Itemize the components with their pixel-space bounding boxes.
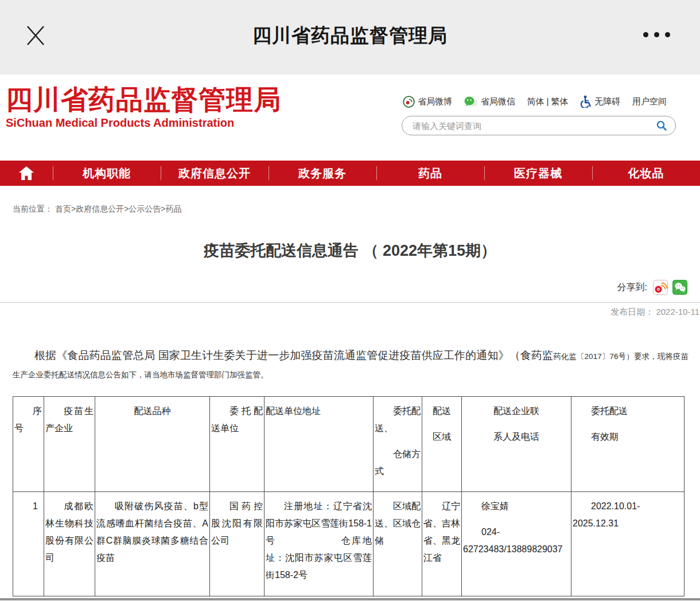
home-icon [18,166,34,181]
share-wechat-icon [672,280,687,295]
site-logo[interactable]: 四川省药品监督管理局 SiChuan Medical Products Admi… [6,85,281,130]
breadcrumb-path[interactable]: 首页>政府信息公开>公示公告>药品 [55,204,182,213]
titlebar-title: 四川省药品监督管理局 [252,23,448,49]
article-body-large: 根据《食品药品监管总局 国家卫生计生委关于进一步加强疫苗流通监管促进疫苗供应工作… [34,349,553,361]
col-header-delivery-mode: 委托配送、仓储方式 [374,397,422,492]
col-header-unit-address: 配送单位地址 [265,397,374,492]
lang-toggle[interactable]: 简体 | 繁体 [527,96,568,107]
cell-unit-address: 注册地址：辽宁省沈阳市苏家屯区雪莲街158-1号 仓库地址：沈阳市苏家屯区雪莲街… [265,492,374,596]
nav-item-cosmetics[interactable]: 化妆品 [592,161,700,186]
logo-cn-text: 四川省药品监督管理局 [6,85,281,115]
share-label: 分享到: [617,282,647,294]
divider [0,302,700,303]
wechat-label: 省局微信 [481,96,515,107]
cell-contact: 徐宝婧024-62723483/13889829037 [462,492,571,596]
col-header-region: 配送区域 [422,397,462,492]
nav-item-gov-info[interactable]: 政府信息公开 [161,161,269,186]
breadcrumb: 当前位置：首页>政府信息公开>公示公告>药品 [13,204,700,214]
publish-date-value: 2022-10-11 [656,307,699,317]
search-bar [402,116,676,135]
col-header-delivery-unit: 委托配送单位 [210,397,265,492]
wheelchair-icon [580,95,592,108]
nav-label: 化妆品 [628,166,664,181]
nav-label: 政府信息公开 [178,166,251,181]
cell-manufacturer: 成都欧林生物科技股份有限公司 [44,492,95,596]
table-row: 1 成都欧林生物科技股份有限公司 吸附破伤风疫苗、b型流感嗜血杆菌结合疫苗、A群… [13,492,685,596]
utility-row: 省局微博 省局微信 简体 | 繁体 [403,95,667,108]
wechat-icon [464,96,478,107]
page: 四川省药品监督管理局 四川省药品监督管理局 SiChuan Medical Pr… [0,0,700,601]
search-button[interactable] [656,117,675,134]
dot-icon [665,32,670,37]
nav-home-button[interactable] [0,161,53,186]
cell-delivery-mode: 区域配送、区域仓储 [374,492,422,596]
col-header-validity: 委托配送有效期 [571,397,685,492]
share-row: 分享到: [0,280,687,295]
user-space-link[interactable]: 用户空间 [632,96,667,107]
weibo-link[interactable]: 省局微博 [403,96,452,108]
nav-item-gov-services[interactable]: 政务服务 [269,161,376,186]
cell-products: 吸附破伤风疫苗、b型流感嗜血杆菌结合疫苗、A群C群脑膜炎球菌多糖结合疫苗 [95,492,210,596]
cell-serial: 1 [13,492,44,596]
article-title: 疫苗委托配送信息通告 （ 2022年第15期） [0,240,700,262]
search-input[interactable] [402,121,656,131]
masthead: 四川省药品监督管理局 SiChuan Medical Products Admi… [0,75,700,161]
share-weibo-icon [653,280,668,295]
cell-validity: 2022.10.01-2025.12.31 [571,492,685,596]
publish-date-label: 发布日期： [610,307,654,317]
col-header-manufacturer: 疫苗生产企业 [44,397,95,492]
col-header-contact: 配送企业联系人及电话 [462,397,571,492]
delivery-table: 序号 疫苗生产企业 配送品种 委托配送单位 配送单位地址 委托配送、仓储方式 配… [13,396,685,596]
user-space-label: 用户空间 [632,96,667,107]
close-button[interactable] [24,23,47,48]
search-icon [656,120,667,131]
nav-item-orgfunctions[interactable]: 机构职能 [53,161,161,186]
nav-label: 医疗器械 [514,166,562,181]
dot-icon [654,32,659,37]
accessibility-label: 无障碍 [594,96,620,107]
accessibility-link[interactable]: 无障碍 [580,95,620,108]
weibo-label: 省局微博 [418,96,452,107]
nav-item-medical-devices[interactable]: 医疗器械 [484,161,592,186]
breadcrumb-label: 当前位置： [13,204,53,213]
cell-region: 辽宁省、吉林省、黑龙江省 [422,492,462,596]
col-header-serial: 序号 [13,397,44,492]
dot-icon [643,32,648,37]
article-body: 根据《食品药品监管总局 国家卫生计生委关于进一步加强疫苗流通监管促进疫苗供应工作… [13,346,689,384]
nav-label: 药品 [418,166,442,181]
main-navbar: 机构职能 政府信息公开 政务服务 药品 医疗器械 化妆品 [0,161,700,186]
table-header-row: 序号 疫苗生产企业 配送品种 委托配送单位 配送单位地址 委托配送、仓储方式 配… [13,397,685,492]
webview-titlebar: 四川省药品监督管理局 [0,0,700,75]
col-header-products: 配送品种 [95,397,210,492]
logo-en-text: SiChuan Medical Products Administration [6,116,281,130]
share-weibo-button[interactable] [653,280,668,295]
more-menu-button[interactable] [643,32,670,37]
publish-date-row: 发布日期： 2022-10-11 [0,307,700,318]
lang-label: 简体 | 繁体 [527,96,568,107]
wechat-link[interactable]: 省局微信 [464,96,515,107]
cell-delivery-unit: 国药控股沈阳有限公司 [210,492,265,596]
page-cut-separator [0,598,700,600]
nav-item-drugs[interactable]: 药品 [376,161,484,186]
close-icon [24,23,47,48]
nav-label: 机构职能 [83,166,131,181]
nav-label: 政务服务 [298,166,347,181]
weibo-icon [403,96,415,108]
share-wechat-button[interactable] [672,280,687,295]
